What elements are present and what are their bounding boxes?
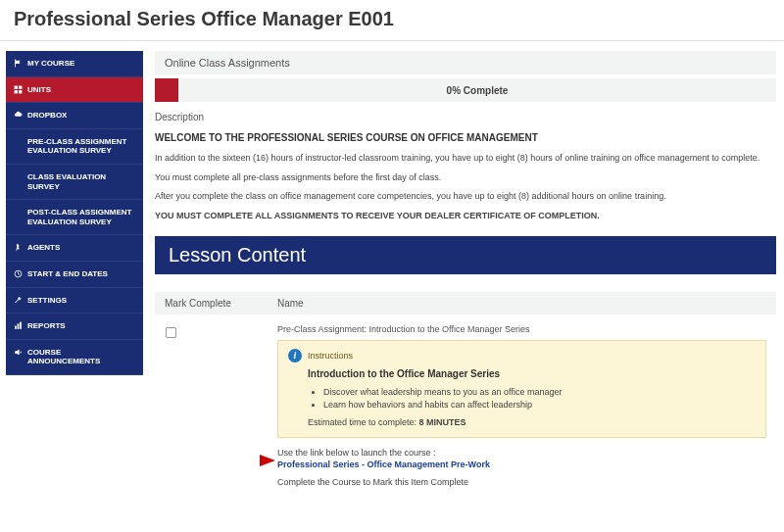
svg-rect-2 [15, 90, 18, 93]
col-name: Name [277, 298, 766, 309]
sidebar-item-label: MY COURSE [27, 59, 74, 69]
progress-square [155, 78, 178, 102]
instructions-label: Instructions [308, 351, 353, 361]
sidebar-item-label: AGENTS [27, 243, 60, 253]
col-mark-complete: Mark Complete [165, 298, 277, 309]
description-label: Description [155, 112, 776, 122]
svg-rect-1 [19, 85, 22, 88]
sidebar-item-settings[interactable]: SETTINGS [6, 288, 143, 314]
megaphone-icon [14, 348, 23, 357]
sidebar-item-label: POST-CLASS ASSIGNMENT EVALUATION SURVEY [27, 208, 135, 226]
flag-icon [14, 59, 23, 68]
section-header: Online Class Assignments [155, 51, 776, 74]
arrow-annotation-icon [230, 452, 275, 471]
sidebar-item-label: REPORTS [27, 321, 66, 331]
wrench-icon [14, 296, 23, 305]
lesson-table-header: Mark Complete Name [155, 292, 776, 314]
intro-paragraph-3: After you complete the class on office m… [155, 191, 776, 203]
intro-paragraph-1: In addition to the sixteen (16) hours of… [155, 153, 776, 165]
sidebar-item-label: UNITS [27, 85, 51, 95]
launch-course-link[interactable]: Professional Series - Office Management … [277, 459, 490, 469]
grid-icon [14, 85, 23, 94]
clock-icon [14, 269, 23, 278]
sidebar-item-label: DROPBOX [27, 111, 67, 121]
chart-icon [14, 321, 23, 330]
list-item: Discover what leadership means to you as… [323, 387, 756, 397]
lesson-content-header: Lesson Content [155, 236, 776, 274]
svg-rect-5 [15, 326, 17, 329]
list-item: Learn how behaviors and habits can affec… [323, 400, 756, 410]
sidebar-item-dropbox[interactable]: DROPBOX [6, 103, 143, 129]
sidebar-item-reports[interactable]: REPORTS [6, 314, 143, 340]
mark-complete-checkbox[interactable] [166, 327, 176, 338]
cloud-icon [14, 111, 23, 120]
sidebar-item-label: COURSE ANNOUNCEMENTS [27, 348, 135, 366]
launch-block: Use the link below to launch the course … [277, 448, 766, 469]
sidebar-item-announcements[interactable]: COURSE ANNOUNCEMENTS [6, 340, 143, 375]
progress-text: 0% Complete [447, 85, 509, 96]
svg-rect-6 [18, 323, 20, 329]
blank-icon [14, 172, 23, 181]
blank-icon [14, 137, 23, 146]
sidebar-item-postclass-survey[interactable]: POST-CLASS ASSIGNMENT EVALUATION SURVEY [6, 200, 143, 235]
launch-intro-text: Use the link below to launch the course … [277, 448, 766, 458]
svg-rect-0 [15, 85, 18, 88]
sidebar-item-label: PRE-CLASS ASSIGNMENT EVALUATION SURVEY [27, 137, 135, 156]
info-icon: i [288, 349, 302, 363]
svg-rect-3 [19, 90, 22, 93]
svg-rect-7 [20, 322, 22, 329]
welcome-heading: WELCOME TO THE PROFESSIONAL SERIES COURS… [155, 132, 776, 143]
estimated-time: Estimated time to complete: 8 MINUTES [308, 417, 756, 427]
sidebar: MY COURSE UNITS DROPBOX PRE-CLASS ASSIGN… [6, 51, 143, 487]
sidebar-item-class-survey[interactable]: CLASS EVALUATION SURVEY [6, 165, 143, 200]
progress-row: 0% Complete [155, 78, 776, 102]
assignment-title: Pre-Class Assignment: Introduction to th… [277, 324, 766, 334]
lesson-row: Pre-Class Assignment: Introduction to th… [155, 314, 776, 487]
sidebar-item-label: SETTINGS [27, 296, 67, 306]
sidebar-item-units[interactable]: UNITS [6, 77, 143, 104]
instructions-title: Introduction to the Office Manager Serie… [308, 368, 756, 379]
sidebar-item-my-course[interactable]: MY COURSE [6, 51, 143, 77]
sidebar-item-label: CLASS EVALUATION SURVEY [27, 172, 135, 191]
main-content: Online Class Assignments 0% Complete Des… [143, 51, 784, 487]
page-title: Professional Series Office Manager E001 [14, 8, 770, 30]
sidebar-item-preclass-survey[interactable]: PRE-CLASS ASSIGNMENT EVALUATION SURVEY [6, 129, 143, 165]
intro-paragraph-4: YOU MUST COMPLETE ALL ASSIGNMENTS TO REC… [155, 211, 776, 222]
title-bar: Professional Series Office Manager E001 [0, 0, 784, 41]
blank-icon [14, 208, 23, 217]
pin-icon [14, 243, 23, 252]
sidebar-item-agents[interactable]: AGENTS [6, 235, 143, 262]
instructions-list: Discover what leadership means to you as… [323, 387, 756, 410]
progress-bar: 0% Complete [178, 78, 776, 102]
sidebar-item-label: START & END DATES [27, 269, 108, 279]
complete-prompt: Complete the Course to Mark this Item Co… [277, 477, 766, 487]
sidebar-item-dates[interactable]: START & END DATES [6, 262, 143, 288]
intro-paragraph-2: You must complete all pre-class assignme… [155, 172, 776, 184]
instructions-box: i Instructions Introduction to the Offic… [277, 340, 766, 438]
